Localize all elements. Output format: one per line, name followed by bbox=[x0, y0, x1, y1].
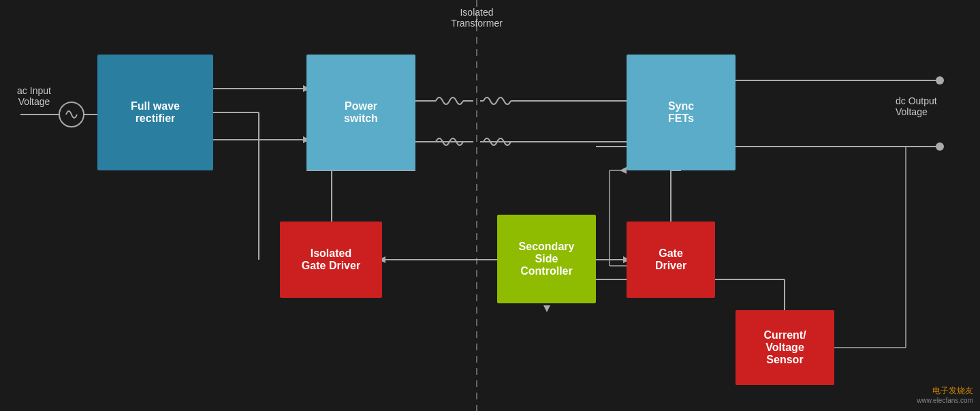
dc-output-label: dc OutputVoltage bbox=[896, 95, 970, 117]
current-voltage-sensor-block: Current/VoltageSensor bbox=[736, 310, 834, 385]
full-wave-rectifier-label: Full waverectifier bbox=[131, 100, 180, 125]
current-voltage-sensor-label: Current/VoltageSensor bbox=[763, 329, 806, 366]
ac-input-label: ac InputVoltage bbox=[7, 85, 61, 107]
gate-driver-block: GateDriver bbox=[627, 222, 715, 298]
gate-driver-label: GateDriver bbox=[655, 247, 686, 272]
watermark: 电子发烧友 www.elecfans.com bbox=[917, 385, 973, 404]
sync-fets-block: SyncFETs bbox=[627, 55, 736, 170]
isolated-gate-driver-label: IsolatedGate Driver bbox=[302, 247, 360, 272]
full-wave-rectifier-block: Full waverectifier bbox=[97, 55, 213, 170]
isolated-transformer-label: IsolatedTransformer bbox=[422, 7, 531, 29]
watermark-icon bbox=[917, 385, 980, 411]
secondary-side-controller-label: SecondarySideController bbox=[519, 241, 575, 277]
power-switch-label: Powerswitch bbox=[344, 100, 378, 125]
isolated-gate-driver-block: IsolatedGate Driver bbox=[280, 222, 382, 298]
svg-point-19 bbox=[936, 76, 944, 85]
sync-fets-label: SyncFETs bbox=[668, 100, 694, 125]
power-switch-block: Powerswitch bbox=[306, 55, 415, 170]
svg-marker-40 bbox=[543, 305, 550, 312]
secondary-side-controller-block: SecondarySideController bbox=[497, 215, 596, 303]
svg-point-21 bbox=[936, 142, 944, 151]
svg-marker-36 bbox=[620, 167, 627, 174]
diagram-container: Full waverectifier Powerswitch SyncFETs … bbox=[0, 0, 980, 411]
